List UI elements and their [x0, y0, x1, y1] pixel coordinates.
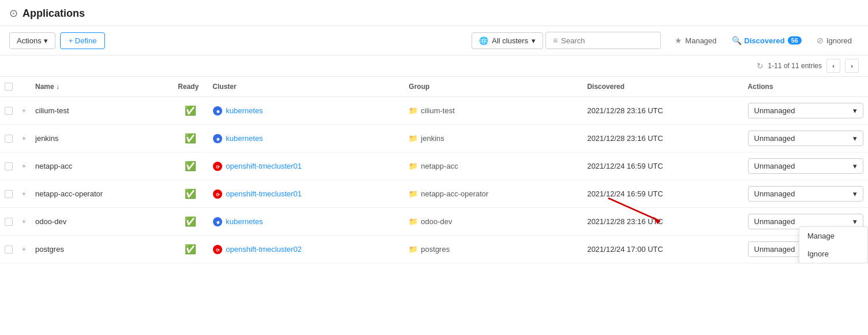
table-container: Name ↓ Ready Cluster Group Discovered Ac… [0, 77, 868, 263]
ready-check-icon: ✅ [185, 161, 196, 171]
cluster-name: kubernetes [226, 217, 263, 226]
openshift-cluster-icon: ⟳ [212, 244, 223, 255]
cluster-name: openshift-tmecluster01 [226, 162, 302, 170]
tab-discovered[interactable]: 🔍 Discovered 56 [725, 33, 809, 48]
dropdown-item-manage[interactable]: Manage [799, 227, 867, 245]
dropdown-chevron-icon: ▾ [853, 106, 857, 115]
row-group: 📁 odoo-dev [404, 208, 582, 236]
action-dropdown[interactable]: Unmanaged ▾ [748, 158, 863, 174]
header-discovered[interactable]: Discovered [582, 77, 743, 97]
action-label: Unmanaged [754, 162, 795, 170]
table-header: Name ↓ Ready Cluster Group Discovered Ac… [0, 77, 868, 97]
expand-icon[interactable]: + [22, 135, 26, 143]
next-page-button[interactable]: › [845, 59, 859, 73]
cluster-name: openshift-tmecluster02 [226, 245, 302, 254]
pagination-info: 1-11 of 11 entries [768, 62, 822, 70]
svg-text:⟳: ⟳ [216, 165, 220, 170]
action-label: Unmanaged [754, 134, 795, 143]
dropdown-chevron-icon: ▾ [853, 189, 857, 198]
action-dropdown-menu: Manage Ignore [799, 226, 868, 263]
page-header: ⊙ Applications [0, 0, 868, 26]
row-checkbox[interactable] [5, 218, 13, 226]
row-discovered: 2021/12/24 17:00 UTC [582, 236, 743, 263]
table-row: + postgres ✅ ⟳ openshift-tmecluster02 📁 … [0, 236, 868, 263]
cluster-link[interactable]: ⎈ kubernetes [212, 106, 399, 116]
row-checkbox[interactable] [5, 190, 13, 198]
row-check [0, 208, 17, 236]
expand-icon[interactable]: + [22, 190, 26, 198]
actions-label: Actions [17, 36, 42, 45]
cluster-link[interactable]: ⟳ openshift-tmecluster02 [212, 244, 399, 255]
row-checkbox[interactable] [5, 162, 13, 170]
group-name: cilium-test [421, 106, 455, 115]
app-icon: ⊙ [9, 7, 18, 20]
ready-check-icon: ✅ [185, 189, 196, 199]
row-group: 📁 netapp-acc-operator [404, 180, 582, 208]
cluster-filter[interactable]: 🌐 All clusters ▾ [472, 32, 543, 49]
header-name[interactable]: Name ↓ [31, 77, 173, 97]
define-button[interactable]: + Define [60, 32, 106, 49]
row-cluster: ⟳ openshift-tmecluster01 [208, 152, 404, 180]
row-action: Unmanaged ▾ [743, 125, 868, 152]
row-action: Unmanaged ▾ [743, 152, 868, 180]
row-checkbox[interactable] [5, 135, 13, 143]
row-action: Unmanaged ▾ Manage Ignore [743, 208, 868, 236]
row-expand: + [17, 97, 31, 125]
search-icon: 🔍 [732, 36, 742, 45]
header-cluster[interactable]: Cluster [208, 77, 404, 97]
ready-check-icon: ✅ [185, 133, 196, 143]
group-text: 📁 cilium-test [409, 106, 578, 115]
row-expand: + [17, 152, 31, 180]
group-name: postgres [421, 245, 450, 254]
folder-icon: 📁 [409, 245, 418, 254]
search-box[interactable]: ≡ [545, 32, 661, 49]
cluster-link[interactable]: ⎈ kubernetes [212, 133, 399, 144]
cluster-name: openshift-tmecluster01 [226, 189, 302, 198]
tab-managed[interactable]: ★ Managed [668, 33, 723, 48]
cluster-name: kubernetes [226, 134, 263, 143]
folder-icon: 📁 [409, 134, 418, 143]
action-label: Unmanaged [754, 189, 795, 198]
cluster-link[interactable]: ⎈ kubernetes [212, 217, 399, 227]
filter-icon: ≡ [553, 36, 558, 45]
row-cluster: ⟳ openshift-tmecluster02 [208, 236, 404, 263]
action-dropdown[interactable]: Unmanaged ▾ [748, 131, 863, 146]
cluster-link[interactable]: ⟳ openshift-tmecluster01 [212, 189, 399, 199]
refresh-icon[interactable]: ↻ [757, 61, 764, 70]
row-checkbox[interactable] [5, 107, 13, 115]
prev-page-button[interactable]: ‹ [826, 59, 840, 73]
folder-icon: 📁 [409, 162, 418, 170]
action-dropdown[interactable]: Unmanaged ▾ [748, 103, 863, 118]
expand-icon[interactable]: + [22, 245, 26, 254]
row-ready: ✅ [173, 97, 208, 125]
row-name: cilium-test [31, 97, 173, 125]
row-checkbox[interactable] [5, 245, 13, 254]
svg-text:⟳: ⟳ [216, 248, 220, 253]
cluster-link[interactable]: ⟳ openshift-tmecluster01 [212, 161, 399, 172]
actions-button[interactable]: Actions ▾ [9, 32, 55, 49]
row-name: postgres [31, 236, 173, 263]
expand-icon[interactable]: + [22, 107, 26, 115]
tab-ignored[interactable]: ⊘ Ignored [810, 33, 859, 48]
select-all-checkbox[interactable] [5, 83, 13, 91]
search-input[interactable] [561, 36, 653, 45]
expand-icon[interactable]: + [22, 162, 26, 170]
row-discovered: 2021/12/28 23:16 UTC [582, 125, 743, 152]
row-check [0, 152, 17, 180]
dropdown-chevron-icon: ▾ [853, 134, 857, 143]
table-row: + odoo-dev ✅ ⎈ kubernetes 📁 odoo-dev 202… [0, 208, 868, 236]
pagination-bar: ↻ 1-11 of 11 entries ‹ › [0, 55, 868, 77]
row-discovered: 2021/12/24 16:59 UTC [582, 180, 743, 208]
row-discovered: 2021/12/28 23:16 UTC [582, 208, 743, 236]
table-body: + cilium-test ✅ ⎈ kubernetes 📁 cilium-te… [0, 97, 868, 263]
svg-text:⟳: ⟳ [216, 192, 220, 198]
expand-icon[interactable]: + [22, 218, 26, 226]
app-name: jenkins [35, 134, 58, 143]
row-cluster: ⎈ kubernetes [208, 125, 404, 152]
row-ready: ✅ [173, 236, 208, 263]
action-dropdown[interactable]: Unmanaged ▾ [748, 186, 863, 202]
toolbar: Actions ▾ + Define 🌐 All clusters ▾ ≡ ★ … [0, 26, 868, 55]
discovered-badge: 56 [788, 36, 802, 44]
openshift-cluster-icon: ⟳ [212, 161, 223, 172]
dropdown-item-ignore[interactable]: Ignore [799, 245, 867, 263]
